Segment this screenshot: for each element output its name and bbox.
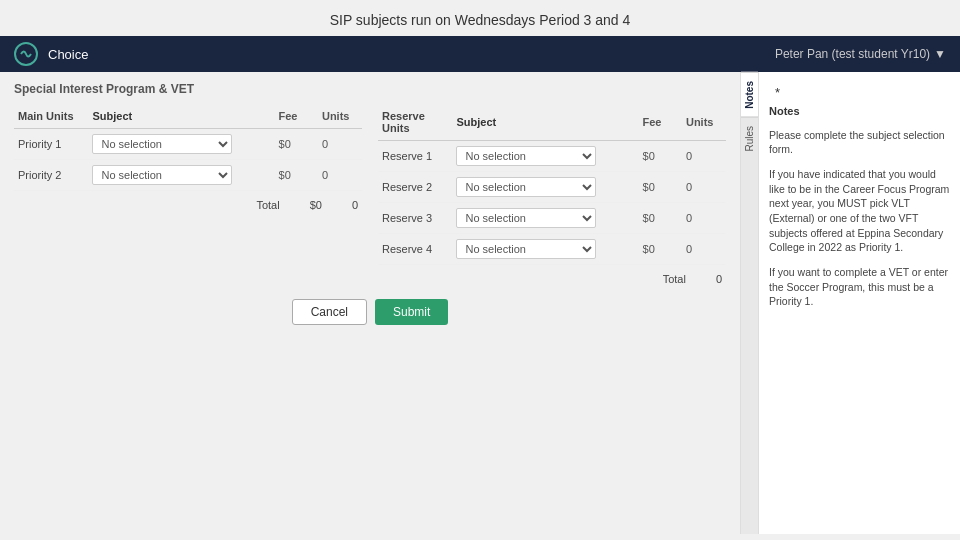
main-subject-header: Subject [88,106,274,129]
star-marker: * [769,82,950,104]
reserve-units-header: Reserve Units [378,106,452,141]
side-content: * Notes Please complete the subject sele… [759,72,960,534]
main-units-table: Main Units Subject Fee Units Priority 1 … [14,106,362,191]
buttons-row: Cancel Submit [14,289,726,335]
section-title: Special Interest Program & VET [14,82,726,96]
chevron-down-icon: ▼ [934,47,946,61]
reserve-row-label: Reserve 2 [378,172,452,203]
reserve-row-label: Reserve 3 [378,203,452,234]
reserve-row-subject[interactable]: No selection [452,141,638,172]
reserve-units-section: Reserve Units Subject Fee Units Reserve … [378,106,726,289]
main-row-subject[interactable]: No selection [88,129,274,160]
reserve-row-units: 0 [682,172,726,203]
main-table-row: Priority 1 No selection $0 0 [14,129,362,160]
reserve-total-label: Total [663,273,686,285]
main-fee-header: Fee [275,106,318,129]
form-area: Special Interest Program & VET Main Unit… [0,72,740,534]
reserve-subject-select-1[interactable]: No selection [456,177,596,197]
notes-paragraphs: Please complete the subject selection fo… [769,128,950,310]
navbar-left: Choice [14,42,88,66]
main-row-subject[interactable]: No selection [88,160,274,191]
reserve-subject-select-3[interactable]: No selection [456,239,596,259]
reserve-table-row: Reserve 2 No selection $0 0 [378,172,726,203]
reserve-row-fee: $0 [639,172,682,203]
main-row-label: Priority 1 [14,129,88,160]
reserve-fee-header: Fee [639,106,682,141]
notes-paragraph: If you want to complete a VET or enter t… [769,265,950,309]
reserve-row-units: 0 [682,141,726,172]
reserve-row-units: 0 [682,203,726,234]
main-table-row: Priority 2 No selection $0 0 [14,160,362,191]
submit-button[interactable]: Submit [375,299,448,325]
navbar-user[interactable]: Peter Pan (test student Yr10) ▼ [775,47,946,61]
side-tabs: Notes Rules [741,72,759,534]
notes-title: Notes [769,104,950,119]
reserve-table-row: Reserve 1 No selection $0 0 [378,141,726,172]
reserve-row-fee: $0 [639,234,682,265]
notes-paragraph: Please complete the subject selection fo… [769,128,950,157]
main-total-label: Total [256,199,279,211]
main-units-header: Main Units [14,106,88,129]
main-row-units: 0 [318,160,362,191]
reserve-row-fee: $0 [639,203,682,234]
tables-row: Main Units Subject Fee Units Priority 1 … [14,106,726,289]
navbar: Choice Peter Pan (test student Yr10) ▼ [0,36,960,72]
reserve-row-subject[interactable]: No selection [452,172,638,203]
navbar-logo-icon [14,42,38,66]
tab-notes[interactable]: Notes [741,72,758,117]
reserve-units-table: Reserve Units Subject Fee Units Reserve … [378,106,726,265]
reserve-units-col-header: Units [682,106,726,141]
main-total-units: 0 [352,199,358,211]
main-units-col-header: Units [318,106,362,129]
reserve-table-row: Reserve 3 No selection $0 0 [378,203,726,234]
reserve-table-row: Reserve 4 No selection $0 0 [378,234,726,265]
reserve-row-subject[interactable]: No selection [452,203,638,234]
main-total-fee: $0 [310,199,322,211]
main-subject-select-0[interactable]: No selection [92,134,232,154]
main-row-units: 0 [318,129,362,160]
side-panel: Notes Rules * Notes Please complete the … [740,72,960,534]
reserve-total-row: Total 0 [378,265,726,289]
reserve-row-subject[interactable]: No selection [452,234,638,265]
reserve-row-label: Reserve 1 [378,141,452,172]
main-row-fee: $0 [275,129,318,160]
tab-rules[interactable]: Rules [741,117,758,160]
main-row-label: Priority 2 [14,160,88,191]
reserve-subject-header: Subject [452,106,638,141]
reserve-row-fee: $0 [639,141,682,172]
reserve-total-units: 0 [716,273,722,285]
navbar-title: Choice [48,47,88,62]
reserve-subject-select-0[interactable]: No selection [456,146,596,166]
cancel-button[interactable]: Cancel [292,299,367,325]
top-title: SIP subjects run on Wednesdays Period 3 … [0,0,960,36]
reserve-row-units: 0 [682,234,726,265]
main-subject-select-1[interactable]: No selection [92,165,232,185]
reserve-subject-select-2[interactable]: No selection [456,208,596,228]
main-row-fee: $0 [275,160,318,191]
reserve-row-label: Reserve 4 [378,234,452,265]
notes-paragraph: If you have indicated that you would lik… [769,167,950,255]
main-total-row: Total $0 0 [14,191,362,215]
main-units-section: Main Units Subject Fee Units Priority 1 … [14,106,362,289]
